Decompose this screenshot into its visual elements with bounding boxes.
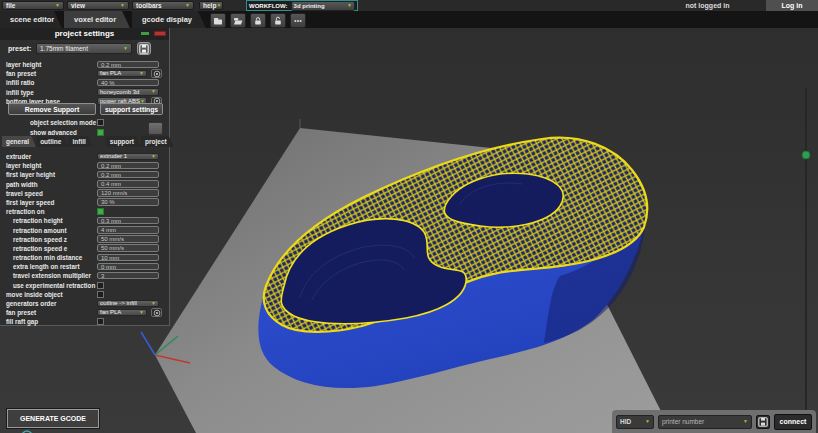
- save-connection-button[interactable]: [756, 415, 770, 429]
- setting-input[interactable]: 50 mm/s: [97, 235, 159, 243]
- menu-label: help: [203, 2, 216, 9]
- menu-toolbars[interactable]: toolbars▼: [132, 1, 194, 10]
- checkbox[interactable]: [97, 119, 104, 126]
- setting-row: layer height0.2 mm: [0, 60, 170, 69]
- quick-toolbar: [210, 13, 306, 28]
- subtab-general[interactable]: general: [2, 136, 36, 147]
- setting-dropdown[interactable]: outline -> infill▼: [97, 300, 159, 308]
- setting-row: fill raft gap: [0, 317, 170, 326]
- subtab-project[interactable]: project: [141, 136, 174, 147]
- checkbox[interactable]: [97, 291, 104, 298]
- setting-value: honeycomb 3d: [100, 89, 139, 95]
- setting-input[interactable]: 0.2 mm: [97, 162, 159, 170]
- ports-button[interactable]: [290, 13, 306, 28]
- setting-dropdown[interactable]: extruder 1▼: [97, 153, 159, 161]
- folder-open-button[interactable]: [230, 13, 246, 28]
- setting-input[interactable]: 0.3 mm: [97, 217, 159, 225]
- checkbox[interactable]: [97, 208, 104, 215]
- lock-button[interactable]: [250, 13, 266, 28]
- subtab-outline[interactable]: outline: [36, 136, 68, 147]
- setting-label: infill ratio: [6, 79, 34, 86]
- setting-input[interactable]: 0.2 mm: [97, 171, 159, 179]
- printer-number-value: printer number: [662, 418, 704, 425]
- menu-file[interactable]: file▼: [2, 1, 64, 10]
- setting-row: retraction height0.3 mm: [0, 216, 170, 225]
- chevron-down-icon: ▼: [123, 46, 128, 51]
- setting-row: travel speed120 mm/s: [0, 189, 170, 198]
- lock-open-button[interactable]: [270, 13, 286, 28]
- setting-row: retraction speed z50 mm/s: [0, 235, 170, 244]
- checkbox[interactable]: [97, 318, 104, 325]
- mode-row: object selection mode: [0, 118, 170, 128]
- setting-row: fan presetfan PLA▼: [0, 69, 170, 78]
- support-settings-button[interactable]: support settings: [100, 103, 163, 115]
- menu-view[interactable]: view▼: [67, 1, 129, 10]
- device-type-dropdown[interactable]: HID ▼: [616, 415, 654, 429]
- setting-dropdown[interactable]: fan PLA▼: [97, 70, 147, 78]
- chevron-down-icon: ▼: [151, 301, 156, 306]
- setting-dropdown[interactable]: fan PLA▼: [97, 309, 147, 317]
- setting-input[interactable]: 10 mm: [97, 254, 159, 262]
- minimize-button[interactable]: [141, 32, 149, 35]
- setting-input[interactable]: 0.4 mm: [97, 180, 159, 188]
- setting-label: fan preset: [6, 309, 36, 316]
- printer-number-dropdown[interactable]: printer number ▼: [658, 415, 752, 429]
- advanced-extra-button[interactable]: [148, 122, 163, 135]
- setting-label: retraction speed z: [13, 236, 67, 243]
- remove-support-button[interactable]: Remove Support: [8, 103, 96, 115]
- setting-row: move inside object: [0, 290, 170, 299]
- setting-input[interactable]: 120 mm/s: [97, 189, 159, 197]
- checkbox[interactable]: [97, 129, 104, 136]
- chevron-down-icon: ▼: [139, 71, 144, 76]
- checkbox[interactable]: [97, 282, 104, 289]
- menu-help[interactable]: help▼: [199, 1, 223, 10]
- menu-label: toolbars: [136, 2, 162, 9]
- zoom-slider-handle[interactable]: [802, 151, 810, 159]
- subtab-support[interactable]: support: [106, 136, 141, 147]
- setting-input[interactable]: 50 mm/s: [97, 244, 159, 252]
- workflow-dropdown[interactable]: 3d printing ▼: [291, 1, 355, 11]
- setting-row: retraction min distance10 mm: [0, 253, 170, 262]
- setting-label: retraction amount: [13, 227, 67, 234]
- setting-input[interactable]: 30 %: [97, 198, 159, 206]
- preset-label: preset:: [8, 45, 31, 52]
- tab-scene-editor[interactable]: scene editor: [0, 11, 62, 28]
- workflow-label: WORKFLOW:: [249, 3, 288, 9]
- setting-input[interactable]: 0 mm: [97, 263, 159, 271]
- fan-icon: [153, 309, 161, 317]
- close-button[interactable]: [154, 31, 166, 36]
- floppy-icon: [758, 417, 768, 427]
- workflow-selector: WORKFLOW: 3d printing ▼: [246, 0, 358, 11]
- login-status: not logged in: [655, 0, 760, 11]
- setting-input[interactable]: 4 mm: [97, 226, 159, 234]
- setting-input[interactable]: 3: [97, 272, 159, 280]
- setting-value: fan PLA: [100, 70, 121, 76]
- preset-dropdown[interactable]: 1.75mm filament ▼: [36, 43, 132, 54]
- setting-input[interactable]: 0.2 mm: [97, 61, 159, 69]
- folder-button[interactable]: [210, 13, 226, 28]
- setting-row: use experimental retraction: [0, 281, 170, 290]
- setting-label: extra length on restart: [13, 263, 79, 270]
- setting-label: fill raft gap: [6, 318, 38, 325]
- tab-voxel-editor[interactable]: voxel editor: [64, 11, 130, 28]
- setting-row: generators orderoutline -> infill▼: [0, 299, 170, 308]
- chevron-down-icon: ▼: [139, 310, 144, 315]
- fan-settings-button[interactable]: [151, 308, 162, 317]
- chevron-down-icon: ▼: [151, 89, 156, 94]
- panel-title: project settings: [0, 28, 169, 40]
- setting-dropdown[interactable]: honeycomb 3d▼: [97, 88, 159, 96]
- setting-row: path width0.4 mm: [0, 180, 170, 189]
- preset-row: preset: 1.75mm filament ▼: [0, 43, 170, 56]
- editor-tab-bar: scene editorvoxel editorgcode display: [0, 11, 818, 28]
- tab-gcode-display[interactable]: gcode display: [132, 11, 206, 28]
- folder-icon: [213, 16, 223, 26]
- connect-button[interactable]: connect: [774, 414, 812, 430]
- setting-input[interactable]: 40 %: [97, 79, 159, 87]
- subtab-infill[interactable]: infill: [68, 136, 92, 147]
- save-preset-button[interactable]: [137, 42, 151, 55]
- login-button[interactable]: Log in: [766, 0, 818, 11]
- setting-label: infill type: [6, 89, 34, 96]
- generate-gcode-button[interactable]: GENERATE GCODE: [7, 409, 99, 428]
- support-buttons-row: Remove Support support settings: [0, 103, 170, 116]
- fan-settings-button[interactable]: [151, 69, 162, 78]
